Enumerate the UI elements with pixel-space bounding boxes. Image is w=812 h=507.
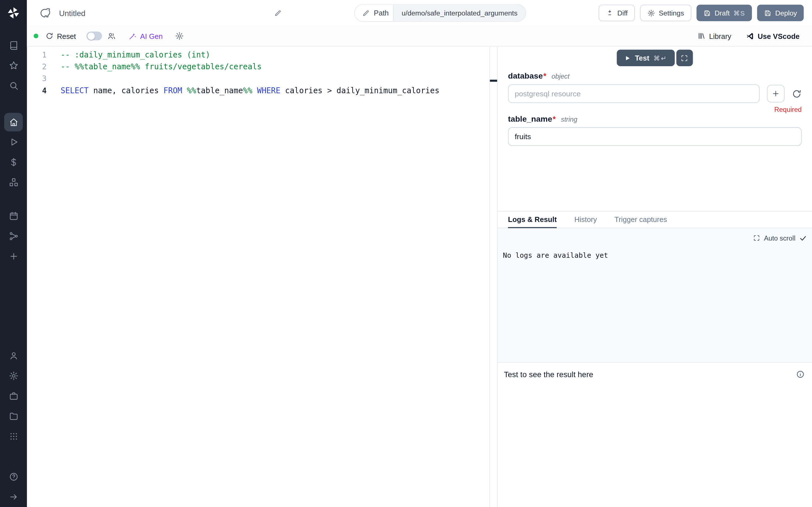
collab-toggle[interactable] [86, 32, 102, 40]
reset-button[interactable]: Reset [46, 32, 76, 40]
code-line[interactable]: -- %%table_name%% fruits/vegetables/cere… [61, 61, 490, 73]
collaborators-users-icon[interactable] [107, 32, 116, 40]
test-button[interactable]: Test ⌘↵ [617, 50, 675, 66]
windmill-logo[interactable] [7, 0, 20, 26]
scan-expand-icon [680, 54, 689, 62]
logs-empty-message: No logs are available yet [503, 251, 807, 259]
use-vscode-label: Use VScode [758, 32, 800, 40]
ai-gen-button[interactable]: AI Gen [128, 32, 163, 40]
schedules-calendar-icon[interactable] [3, 206, 24, 226]
collapse-arrow-icon[interactable] [3, 487, 24, 507]
folders-icon[interactable] [3, 406, 24, 427]
library-button[interactable]: Library [698, 32, 731, 40]
tab-trigger-captures[interactable]: Trigger captures [615, 212, 667, 228]
apps-grid-icon[interactable] [3, 426, 24, 446]
test-button-label: Test [635, 54, 649, 62]
edit-title-pencil-icon[interactable] [274, 9, 282, 17]
library-label: Library [709, 32, 731, 40]
autoscroll-label[interactable]: Auto scroll [764, 234, 795, 242]
top-bar: Untitled Path u/demo/safe_interpolated_a… [27, 0, 812, 26]
refresh-resources-icon[interactable] [792, 89, 802, 99]
logs-panel: Auto scroll No logs are available yet [498, 228, 812, 363]
topbar-right: Diff Settings Draft ⌘S Deploy [599, 5, 804, 21]
editor-gutter: 1234 [27, 49, 61, 507]
favorites-star-icon[interactable] [3, 55, 24, 76]
topbar-center: Path u/demo/safe_interpolated_arguments [282, 4, 599, 22]
code-line[interactable]: -- :daily_minimum_calories (int) [61, 49, 490, 61]
database-field-type: object [552, 72, 569, 80]
code-line[interactable] [61, 73, 490, 85]
reset-label: Reset [57, 32, 76, 40]
expand-test-button[interactable] [676, 50, 693, 66]
settings-button[interactable]: Settings [640, 5, 691, 21]
line-number[interactable]: 2 [27, 61, 47, 73]
library-icon [698, 32, 706, 40]
content-row: 1234 -- :daily_minimum_calories (int)-- … [27, 47, 812, 507]
help-circle-icon[interactable] [3, 467, 24, 487]
ai-gen-label: AI Gen [140, 32, 163, 40]
editor-settings-gear-icon[interactable] [175, 32, 184, 40]
draft-button[interactable]: Draft ⌘S [696, 5, 752, 21]
left-sidebar [0, 0, 27, 507]
toolbar-left: Reset AI Gen [34, 32, 184, 40]
deploy-button[interactable]: Deploy [757, 5, 804, 21]
database-input[interactable] [508, 84, 760, 103]
editor-toolbar: Reset AI Gen [27, 26, 812, 47]
panel-splitter[interactable] [490, 47, 498, 507]
autoscroll-row: Auto scroll [503, 233, 807, 242]
home-icon[interactable] [4, 113, 23, 131]
table-name-label-row: table_name * string [508, 114, 802, 124]
database-field: database * object [508, 71, 802, 113]
scroll-position-marker [490, 80, 497, 82]
use-vscode-button[interactable]: Use VScode [746, 32, 800, 40]
draft-shortcut: ⌘S [733, 9, 745, 17]
line-number[interactable]: 4 [27, 85, 47, 97]
resources-boxes-icon[interactable] [3, 172, 24, 193]
add-plus-icon[interactable] [3, 246, 24, 267]
editor-code[interactable]: -- :daily_minimum_calories (int)-- %%tab… [61, 49, 490, 507]
info-icon[interactable] [796, 370, 805, 379]
tab-history[interactable]: History [574, 212, 597, 228]
plus-icon [772, 90, 780, 98]
runs-play-icon[interactable] [3, 132, 24, 152]
tab-logs-result[interactable]: Logs & Result [508, 212, 557, 228]
toggle-knob [87, 33, 95, 40]
wand-sparkles-icon [128, 32, 137, 40]
vscode-icon [746, 32, 754, 40]
app-window: Untitled Path u/demo/safe_interpolated_a… [0, 0, 812, 507]
database-label-row: database * object [508, 71, 802, 80]
line-number[interactable]: 1 [27, 49, 47, 61]
code-line[interactable]: SELECT name, calories FROM %%table_name%… [61, 85, 490, 97]
database-field-name: database [508, 71, 543, 80]
search-icon[interactable] [3, 75, 24, 96]
script-title-field[interactable]: Untitled [59, 8, 282, 17]
table-name-field-type: string [561, 115, 577, 123]
settings-gear-icon[interactable] [3, 366, 24, 386]
path-value: u/demo/safe_interpolated_arguments [393, 5, 525, 21]
postgresql-icon [40, 7, 52, 19]
draft-button-label: Draft [714, 9, 730, 17]
table-name-field: table_name * string [508, 114, 802, 146]
save-icon [764, 9, 772, 17]
diff-button[interactable]: Diff [599, 5, 635, 21]
refresh-icon [46, 32, 54, 40]
result-panel: Test to see the result here [498, 363, 812, 507]
required-asterisk: * [543, 71, 546, 80]
flows-share-icon[interactable] [3, 226, 24, 246]
line-number[interactable]: 3 [27, 73, 47, 85]
required-note: Required [508, 106, 802, 114]
topbar-left: Untitled [40, 7, 282, 19]
database-input-row [508, 84, 802, 103]
table-name-input[interactable] [508, 127, 802, 146]
panel-tabs: Logs & Result History Trigger captures [498, 211, 812, 228]
variables-dollar-icon[interactable] [3, 152, 24, 172]
deploy-button-label: Deploy [775, 9, 797, 17]
autoscroll-check-icon[interactable] [799, 234, 807, 242]
add-resource-button[interactable] [767, 85, 784, 102]
docs-book-icon[interactable] [3, 35, 24, 55]
maximize-logs-icon[interactable] [753, 234, 760, 242]
workers-briefcase-icon[interactable] [3, 386, 24, 406]
user-icon[interactable] [3, 346, 24, 366]
result-hint: Test to see the result here [504, 370, 593, 379]
path-pill[interactable]: Path u/demo/safe_interpolated_arguments [354, 4, 526, 22]
